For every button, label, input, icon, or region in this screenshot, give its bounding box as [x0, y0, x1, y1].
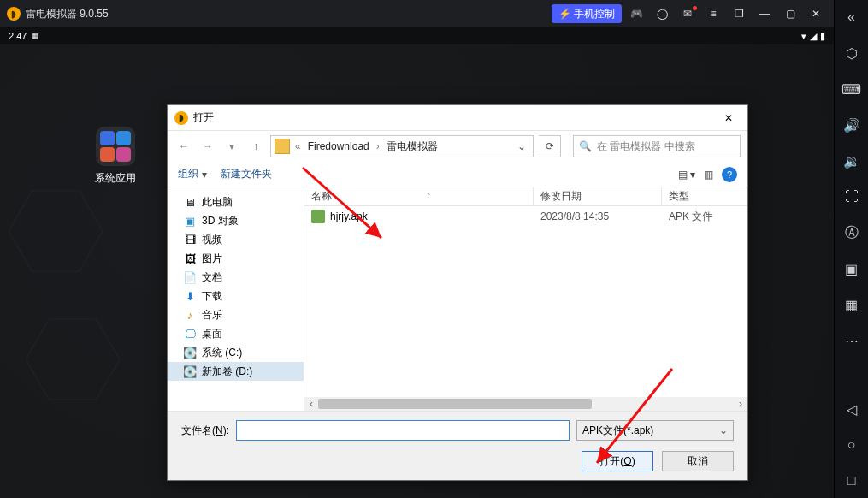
battery-icon: ▮: [820, 31, 825, 42]
breadcrumb-seg-1[interactable]: Firedownload: [306, 140, 371, 152]
android-status-bar: 2:47 ▦ ▾ ◢ ▮: [0, 27, 834, 44]
maximize-button[interactable]: ▢: [779, 4, 801, 23]
bolt-icon: ⚡: [558, 8, 571, 20]
keyboard-icon[interactable]: ⌨: [841, 79, 862, 99]
volume-down-icon[interactable]: 🔉: [841, 151, 862, 171]
tree-system-c[interactable]: 💽系统 (C:): [168, 343, 304, 362]
settings-icon[interactable]: ⬡: [841, 43, 862, 63]
status-time: 2:47: [9, 31, 27, 41]
scroll-thumb[interactable]: [318, 399, 592, 409]
chevron-right-icon: ›: [375, 140, 381, 152]
file-list-pane: 名称˄ 修改日期 类型 hjrjy.apk 2023/8/8 14:35 APK…: [304, 187, 747, 411]
tree-pictures[interactable]: 🖼图片: [168, 249, 304, 268]
emulator-window: ◗ 雷电模拟器 9.0.55 ⚡ 手机控制 🎮 ◯ ✉ ≡ ❐ — ▢ ✕ 2:…: [0, 0, 834, 498]
volume-up-icon[interactable]: 🔊: [841, 115, 862, 135]
horizontal-scrollbar[interactable]: ‹ ›: [304, 397, 747, 411]
col-type[interactable]: 类型: [662, 187, 747, 205]
gamepad-icon[interactable]: 🎮: [625, 4, 647, 23]
filename-label: 文件名(N):: [181, 424, 229, 438]
dialog-close-button[interactable]: ✕: [717, 109, 741, 127]
col-date[interactable]: 修改日期: [534, 187, 662, 205]
screenshot-icon[interactable]: ▣: [841, 258, 862, 279]
address-bar[interactable]: « Firedownload › 雷电模拟器 ⌄: [270, 135, 534, 157]
tree-desktop[interactable]: 🖵桌面: [168, 324, 304, 343]
chevron-icon: «: [293, 140, 303, 152]
preview-pane-button[interactable]: ▥: [704, 169, 713, 181]
help-button[interactable]: ?: [722, 167, 737, 182]
cancel-button[interactable]: 取消: [662, 451, 734, 471]
phone-control-button[interactable]: ⚡ 手机控制: [552, 4, 622, 23]
new-folder-button[interactable]: 新建文件夹: [221, 167, 272, 181]
multiwindow-icon[interactable]: ❐: [728, 4, 750, 23]
file-list[interactable]: hjrjy.apk 2023/8/8 14:35 APK 文件: [304, 206, 747, 397]
documents-icon: 📄: [183, 270, 197, 284]
view-mode-button[interactable]: ▤ ▾: [678, 169, 695, 181]
scroll-right-icon[interactable]: ›: [734, 398, 747, 410]
collapse-rail-button[interactable]: «: [841, 7, 862, 27]
mail-icon[interactable]: ✉: [676, 4, 699, 23]
refresh-button[interactable]: ⟳: [539, 135, 561, 157]
open-file-dialog: ◗ 打开 ✕ ← → ▾ ↑ « Firedownload › 雷电模拟器 ⌄ …: [167, 104, 748, 481]
music-icon: ♪: [183, 308, 197, 322]
nav-recent-button[interactable]: ▾: [222, 137, 241, 156]
open-button[interactable]: 打开(O): [582, 451, 653, 471]
tree-volume-d[interactable]: 💽新加卷 (D:): [168, 362, 304, 381]
address-dropdown[interactable]: ⌄: [514, 140, 529, 152]
col-name[interactable]: 名称˄: [304, 187, 534, 205]
chevron-down-icon: ⌄: [719, 424, 728, 436]
breadcrumb-seg-2[interactable]: 雷电模拟器: [385, 139, 440, 154]
organize-button[interactable]: 组织 ▾: [178, 167, 207, 181]
tree-downloads[interactable]: ⬇下载: [168, 287, 304, 305]
downloads-icon: ⬇: [183, 289, 197, 303]
svg-marker-1: [26, 319, 120, 400]
nav-forward-button[interactable]: →: [198, 137, 217, 156]
nav-up-button[interactable]: ↑: [246, 137, 265, 156]
dialog-body: 🖥此电脑 ▣3D 对象 🎞视频 🖼图片 📄文档 ⬇下载 ♪音乐 🖵桌面 💽系统 …: [168, 187, 747, 411]
language-icon[interactable]: Ⓐ: [841, 222, 862, 243]
more-icon[interactable]: ⋯: [841, 330, 862, 351]
record-icon[interactable]: ▦: [841, 294, 862, 315]
nav-recents-icon[interactable]: □: [841, 471, 862, 491]
dialog-title: 打开: [193, 110, 214, 125]
side-toolbar: « ⬡ ⌨ 🔊 🔉 ⛶ Ⓐ ▣ ▦ ⋯ ◁ ○ □: [834, 0, 868, 498]
wifi-icon: ▾: [801, 31, 806, 42]
svg-marker-0: [9, 191, 103, 272]
folder-icon: [275, 139, 290, 154]
filename-input[interactable]: [236, 420, 570, 441]
file-row[interactable]: hjrjy.apk 2023/8/8 14:35 APK 文件: [304, 206, 747, 227]
search-box[interactable]: 🔍 在 雷电模拟器 中搜索: [573, 135, 741, 157]
minimize-button[interactable]: —: [753, 4, 776, 23]
pc-icon: 🖥: [183, 195, 197, 209]
column-headers[interactable]: 名称˄ 修改日期 类型: [304, 187, 747, 206]
file-type-filter[interactable]: APK文件(*.apk) ⌄: [576, 420, 734, 441]
window-title: 雷电模拟器 9.0.55: [26, 7, 109, 21]
nav-back-button[interactable]: ←: [174, 137, 193, 156]
scroll-left-icon[interactable]: ‹: [304, 398, 318, 410]
tree-documents[interactable]: 📄文档: [168, 268, 304, 287]
chevron-down-icon: ▾: [202, 169, 207, 181]
search-placeholder: 在 雷电模拟器 中搜索: [597, 139, 695, 154]
tree-this-pc[interactable]: 🖥此电脑: [168, 193, 304, 211]
tree-music[interactable]: ♪音乐: [168, 305, 304, 324]
tree-3d-objects[interactable]: ▣3D 对象: [168, 211, 304, 230]
nav-back-icon[interactable]: ◁: [841, 399, 862, 419]
close-button[interactable]: ✕: [805, 4, 827, 23]
desktop-app-system[interactable]: 系统应用: [86, 127, 145, 186]
system-app-label: 系统应用: [86, 171, 145, 186]
file-date: 2023/8/8 14:35: [534, 210, 662, 222]
dialog-nav-row: ← → ▾ ↑ « Firedownload › 雷电模拟器 ⌄ ⟳ 🔍 在 雷…: [168, 131, 747, 162]
dialog-bottom: 文件名(N): APK文件(*.apk) ⌄ 打开(O) 取消: [168, 411, 747, 480]
fullscreen-icon[interactable]: ⛶: [841, 187, 862, 207]
notif-icon: ▦: [32, 32, 39, 40]
menu-icon[interactable]: ≡: [702, 4, 724, 23]
desktop-icon: 🖵: [183, 327, 197, 341]
tree-videos[interactable]: 🎞视频: [168, 230, 304, 249]
android-desktop[interactable]: 系统应用 天龙八部2: 飞龙战天 全民江湖 秦时明月: 沧海 (预下载) 天命传…: [0, 44, 834, 498]
nav-home-icon[interactable]: ○: [841, 435, 862, 455]
apk-icon: [311, 210, 325, 223]
dialog-logo: ◗: [174, 111, 188, 125]
folder-tree[interactable]: 🖥此电脑 ▣3D 对象 🎞视频 🖼图片 📄文档 ⬇下载 ♪音乐 🖵桌面 💽系统 …: [168, 187, 304, 411]
account-icon[interactable]: ◯: [651, 4, 673, 23]
cube-icon: ▣: [183, 214, 197, 228]
drive-icon: 💽: [183, 365, 197, 378]
